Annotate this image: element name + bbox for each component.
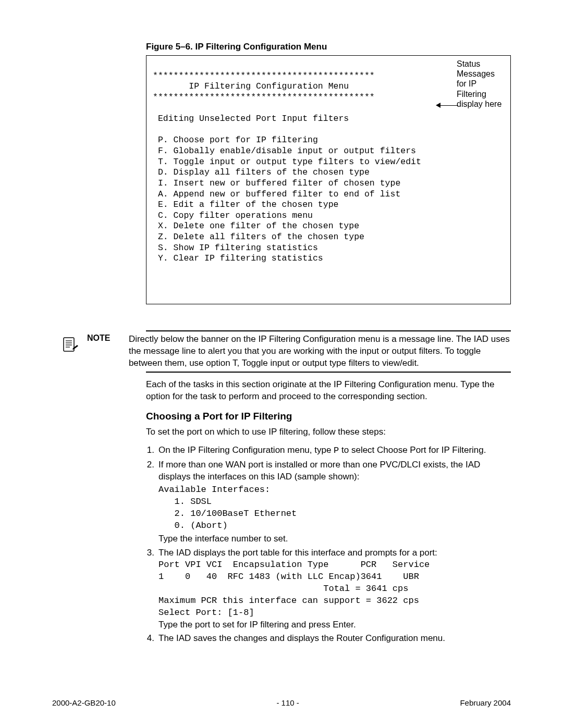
port-table-max: Maximum PCR this interface can support =… bbox=[158, 595, 511, 607]
footer-date: February 2004 bbox=[460, 698, 511, 707]
footer-page-number: - 110 - bbox=[276, 698, 299, 707]
port-table-row: 1 0 40 RFC 1483 (with LLC Encap)3641 UBR bbox=[158, 571, 511, 583]
note-body: Directly below the banner on the IP Filt… bbox=[129, 334, 511, 369]
menu-opt-e: E. Edit a filter of the chosen type bbox=[153, 200, 338, 209]
step-body: The IAD saves the changes and displays t… bbox=[158, 633, 511, 645]
callout-arrow bbox=[436, 103, 458, 108]
menu-opt-f: F. Globally enable/disable input or outp… bbox=[153, 146, 416, 156]
menu-opt-t: T. Toggle input or output type filters t… bbox=[153, 157, 421, 167]
text: If more than one WAN port is installed o… bbox=[158, 459, 511, 483]
step-number: 1. bbox=[146, 445, 158, 457]
section-lead: To set the port on which to use IP filte… bbox=[146, 426, 511, 438]
note-icon-cell bbox=[52, 334, 87, 356]
term-rule: ****************************************… bbox=[153, 71, 375, 81]
key-p: P bbox=[334, 446, 339, 455]
page: Figure 5–6. IP Filtering Configuration M… bbox=[0, 0, 563, 728]
section-heading: Choosing a Port for IP Filtering bbox=[146, 411, 511, 422]
terminal-box: ****************************************… bbox=[146, 55, 511, 304]
step-2: 2. If more than one WAN port is installe… bbox=[146, 459, 511, 545]
menu-opt-s: S. Show IP filtering statistics bbox=[153, 243, 318, 253]
step-3: 3. The IAD displays the port table for t… bbox=[146, 547, 511, 631]
port-table-header: Port VPI VCI Encapsulation Type PCR Serv… bbox=[158, 559, 511, 571]
code-available-interfaces: Available Interfaces: 1. SDSL 2. 10/100B… bbox=[158, 484, 511, 532]
text: The IAD displays the port table for this… bbox=[158, 547, 511, 559]
figure-caption: Figure 5–6. IP Filtering Configuration M… bbox=[146, 42, 511, 52]
term-status-line: Editing Unselected Port Input filters bbox=[153, 114, 349, 124]
code-line: 2. 10/100BaseT Ethernet bbox=[158, 509, 297, 519]
menu-opt-d: D. Display all filters of the chosen typ… bbox=[153, 167, 370, 177]
callout-annotation: Status Messages for IP Filtering display… bbox=[457, 59, 506, 109]
code-line: Available Interfaces: bbox=[158, 485, 270, 495]
text: Type the interface number to set. bbox=[158, 533, 511, 545]
menu-opt-i: I. Insert new or buffered filter of chos… bbox=[153, 178, 400, 188]
step-4: 4. The IAD saves the changes and display… bbox=[146, 633, 511, 645]
menu-opt-y: Y. Clear IP filtering statistics bbox=[153, 253, 323, 263]
menu-opt-c: C. Copy filter operations menu bbox=[153, 211, 313, 220]
svg-rect-0 bbox=[64, 338, 74, 351]
step-body: If more than one WAN port is installed o… bbox=[158, 459, 511, 545]
note-block: NOTE Directly below the banner on the IP… bbox=[146, 330, 511, 373]
menu-opt-a: A. Append new or buffered filter to end … bbox=[153, 189, 400, 199]
text: to select Choose Port for IP Filtering. bbox=[339, 445, 486, 455]
note-icon bbox=[58, 335, 80, 356]
menu-opt-z: Z. Delete all filters of the chosen type bbox=[153, 232, 364, 242]
step-body: On the IP Filtering Configuration menu, … bbox=[158, 445, 511, 457]
content-column: Figure 5–6. IP Filtering Configuration M… bbox=[146, 42, 511, 645]
step-number: 2. bbox=[146, 459, 158, 545]
text: Type the port to set for IP filtering an… bbox=[158, 619, 511, 631]
port-table-total: Total = 3641 cps bbox=[158, 583, 511, 595]
term-rule: ****************************************… bbox=[153, 92, 375, 102]
footer-left: 2000-A2-GB20-10 bbox=[52, 698, 116, 707]
term-title: IP Filtering Configuration Menu bbox=[153, 81, 349, 91]
note-label: NOTE bbox=[87, 334, 129, 343]
code-line: 1. SDSL bbox=[158, 497, 212, 507]
step-body: The IAD displays the port table for this… bbox=[158, 547, 511, 631]
text: The IAD saves the changes and displays t… bbox=[158, 633, 511, 645]
step-number: 4. bbox=[146, 633, 158, 645]
code-line: 0. (Abort) bbox=[158, 521, 228, 530]
step-number: 3. bbox=[146, 547, 158, 631]
arrow-line-icon bbox=[440, 105, 458, 106]
menu-opt-p: P. Choose port for IP filtering bbox=[153, 135, 318, 145]
arrow-head-icon bbox=[436, 103, 440, 108]
page-footer: 2000-A2-GB20-10 - 110 - February 2004 bbox=[52, 698, 511, 707]
intro-paragraph: Each of the tasks in this section origin… bbox=[146, 379, 511, 403]
rule-bottom bbox=[146, 372, 511, 373]
text: On the IP Filtering Configuration menu, … bbox=[158, 445, 334, 455]
step-1: 1. On the IP Filtering Configuration men… bbox=[146, 445, 511, 457]
menu-opt-x: X. Delete one filter of the chosen type bbox=[153, 221, 359, 231]
select-port-prompt: Select Port: [1-8] bbox=[158, 607, 511, 619]
